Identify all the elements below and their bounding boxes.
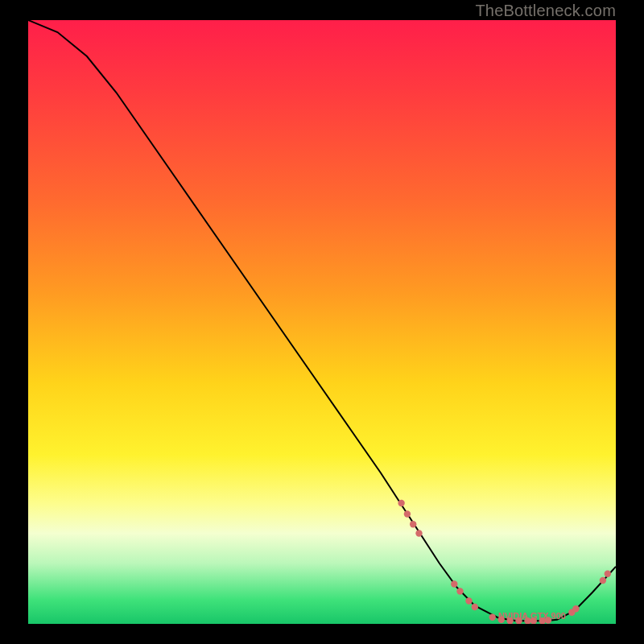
- curve-line: [28, 20, 616, 621]
- bottom-label: NVIDIA GTX 900: [498, 611, 566, 621]
- data-point: [572, 605, 579, 612]
- data-point: [410, 521, 416, 527]
- data-point: [465, 597, 472, 604]
- data-point: [489, 614, 496, 621]
- data-point: [404, 510, 411, 517]
- line-chart: NVIDIA GTX 900: [28, 20, 616, 624]
- attribution-label: TheBottleneck.com: [475, 2, 616, 20]
- chart-container: TheBottleneck.com NVIDIA GTX 900: [0, 0, 644, 644]
- data-point: [398, 500, 404, 506]
- data-point: [472, 604, 478, 610]
- data-point: [605, 571, 611, 577]
- data-point: [415, 530, 422, 536]
- data-point: [600, 577, 606, 584]
- plot-area: NVIDIA GTX 900: [28, 20, 616, 624]
- data-point: [456, 588, 463, 594]
- data-point: [451, 580, 457, 587]
